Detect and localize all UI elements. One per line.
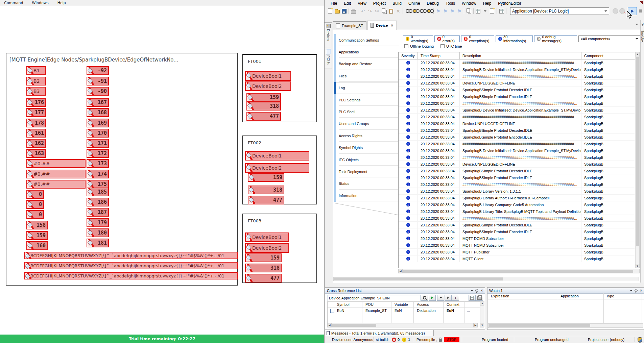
xr-col-access[interactable]: Access (417, 302, 429, 307)
log-row[interactable]: i20.12.2020 00:33:04Device.UNPLUGGED.OFF… (399, 80, 635, 87)
utc-time-checkbox[interactable] (440, 44, 445, 48)
tab-example-st[interactable]: Example_ST (333, 21, 366, 30)
menu-debug[interactable]: Debug (424, 1, 442, 6)
scroll-thumb[interactable] (489, 324, 590, 327)
filter-dropdown-button[interactable] (437, 295, 444, 301)
grid-view-button[interactable] (469, 295, 476, 301)
log-row[interactable]: i20.12.2020 00:33:04SparkplugB Device In… (399, 107, 635, 114)
scroll-thumb[interactable] (334, 277, 503, 280)
col-component[interactable]: Component (581, 52, 634, 59)
undo-icon[interactable]: ↶ (359, 7, 366, 15)
menu-view[interactable]: View (354, 1, 370, 6)
scroll-thumb[interactable] (403, 270, 633, 273)
log-row[interactable]: i20.12.2020 00:33:04####################… (399, 100, 635, 107)
log-row[interactable]: i20.12.2020 00:33:04####################… (399, 59, 635, 66)
scroll-up-icon[interactable]: ▲ (635, 52, 640, 56)
log-row[interactable]: i20.12.2020 00:33:04####################… (399, 154, 635, 161)
nav-item-iec-objects[interactable]: IEC Objects (334, 154, 402, 166)
save-icon[interactable] (341, 7, 348, 15)
xr-col-symbol[interactable]: Symbol (337, 302, 350, 307)
log-row[interactable]: i20.12.2020 00:33:04####################… (399, 73, 635, 80)
nav-item-applications[interactable]: Applications (334, 46, 402, 58)
tab-device[interactable]: Device ✕ (367, 21, 397, 30)
watch-col-expression[interactable]: Expression (491, 294, 509, 298)
log-row[interactable]: i20.12.2020 00:33:04SparkplugB Library V… (399, 188, 635, 195)
new-file-icon[interactable] (327, 7, 334, 15)
sidebar-tab-devices[interactable]: Devices (325, 22, 332, 47)
chevron-down-icon[interactable] (604, 10, 607, 12)
logout-button[interactable] (619, 7, 626, 15)
menu-online[interactable]: Online (405, 1, 424, 6)
print-button[interactable] (476, 295, 483, 301)
nav-item-symbol-rights[interactable]: Symbol Rights (334, 142, 402, 154)
log-row[interactable]: i20.12.2020 00:33:04SparkplugBSimple Pro… (399, 222, 635, 228)
col-description[interactable]: Description (460, 52, 581, 59)
log-row[interactable]: i20.12.2020 00:33:04MQTT NCMD Subscriber… (399, 242, 635, 249)
nav-item-backup-and-restore[interactable]: Backup and Restore (334, 58, 402, 70)
panel-menu-icon[interactable] (471, 290, 473, 291)
log-row[interactable]: i20.12.2020 00:33:04SparkplugBSimple Pro… (399, 93, 635, 100)
log-vertical-scrollbar[interactable]: ▲ ▼ (635, 52, 640, 268)
pin-icon[interactable] (475, 289, 478, 292)
nav-item-access-rights[interactable]: Access Rights (334, 130, 402, 142)
log-row[interactable]: i20.12.2020 00:33:04SparkplugBSimple Pro… (399, 134, 635, 141)
menu-edit[interactable]: Edit (340, 1, 354, 6)
xr-row-pou[interactable]: Example_ST (365, 309, 387, 313)
menu-windows[interactable]: Windows (28, 1, 53, 5)
log-row[interactable]: i20.12.2020 00:33:04MQTT DCMD Subscriber… (399, 235, 635, 242)
watch-horizontal-scrollbar[interactable] (488, 323, 643, 328)
close-tab-icon[interactable]: ✕ (390, 24, 393, 27)
next-reference-button[interactable] (445, 295, 452, 301)
col-severity[interactable]: Severity (399, 52, 418, 59)
nav-item-task-deployment[interactable]: Task Deployment (334, 166, 402, 177)
filter-information-button[interactable]: i30 information(s) (496, 35, 533, 42)
log-row[interactable]: i20.12.2020 00:33:04SparkplugB Library T… (399, 208, 635, 215)
nav-item-users-and-groups[interactable]: Users and Groups (334, 118, 402, 130)
crossref-horizontal-scrollbar[interactable]: ◀ ▶ (327, 323, 478, 327)
nav-item-plc-shell[interactable]: PLC Shell (334, 106, 402, 118)
offline-logging-checkbox[interactable] (404, 44, 408, 48)
log-row[interactable]: i20.12.2020 00:33:04SparkplugBSimple Pro… (399, 174, 635, 181)
xr-row-symbol[interactable]: EoN (337, 309, 344, 313)
application-selector[interactable]: Application [Device: PLC Logic] (510, 7, 609, 15)
nav-item-status[interactable]: Status (334, 178, 402, 190)
menu-command[interactable]: Command (0, 1, 28, 5)
input-assistant-icon[interactable] (498, 7, 505, 15)
log-row[interactable]: i20.12.2020 00:33:04####################… (399, 114, 635, 120)
scroll-down-icon[interactable]: ▼ (635, 264, 640, 268)
delete-icon[interactable]: ✕ (395, 7, 402, 15)
component-filter-combo[interactable]: <All components> (578, 35, 640, 42)
sidebar-tab-pous[interactable]: POUs (325, 48, 332, 69)
menu-window[interactable]: Window (458, 1, 480, 6)
log-row[interactable]: i20.12.2020 00:33:04SparkplugB Device In… (399, 147, 635, 154)
nav-item-log[interactable]: Log (334, 82, 402, 94)
log-row[interactable]: i20.12.2020 00:33:04SparkplugBSimple Pro… (399, 87, 635, 93)
log-row[interactable]: i20.12.2020 00:33:04SparkplugB Library C… (399, 201, 635, 208)
clear-bookmarks-icon[interactable]: ⚑ (456, 7, 463, 15)
scroll-up-icon[interactable]: ▲ (480, 301, 484, 305)
log-horizontal-scrollbar[interactable]: ◀ (398, 269, 640, 273)
copy-content-icon[interactable] (465, 7, 472, 15)
xr-row-access[interactable]: Declaration (417, 309, 436, 313)
log-row[interactable]: i20.12.2020 00:33:04####################… (399, 181, 635, 188)
crossref-vertical-scrollbar[interactable]: ▲ ▼ (480, 301, 484, 327)
log-row[interactable]: i20.12.2020 00:33:04####################… (399, 215, 635, 222)
nav-item-plc-settings[interactable]: PLC Settings (334, 94, 402, 106)
login-button[interactable] (612, 7, 619, 15)
menu-help[interactable]: Help (480, 1, 495, 6)
grid-dropdown-icon[interactable] (475, 7, 482, 15)
previous-bookmark-icon[interactable]: ⚑ (442, 7, 449, 15)
filter-exception-button[interactable]: E0 exception(s) (461, 35, 494, 42)
chevron-down-icon[interactable] (636, 38, 638, 40)
go-button[interactable] (429, 295, 436, 301)
log-row[interactable]: i20.12.2020 00:33:04SparkplugBSimple Pro… (399, 228, 635, 235)
xr-row-variable[interactable]: EoN (395, 309, 402, 313)
stop-button[interactable] (637, 7, 644, 15)
search-button[interactable] (421, 295, 428, 301)
watch-col-application[interactable]: Application (560, 294, 579, 298)
xr-row-context[interactable]: EoN (447, 309, 454, 313)
close-icon[interactable]: ✕ (640, 289, 642, 292)
messages-tab[interactable]: Messages - Total 1 error(s), 1 warning(s… (325, 330, 434, 336)
next-bookmark-icon[interactable]: ⚑ (449, 7, 456, 15)
toolbox-collapsed-tab[interactable]: ≫ ToolBox (640, 20, 644, 283)
